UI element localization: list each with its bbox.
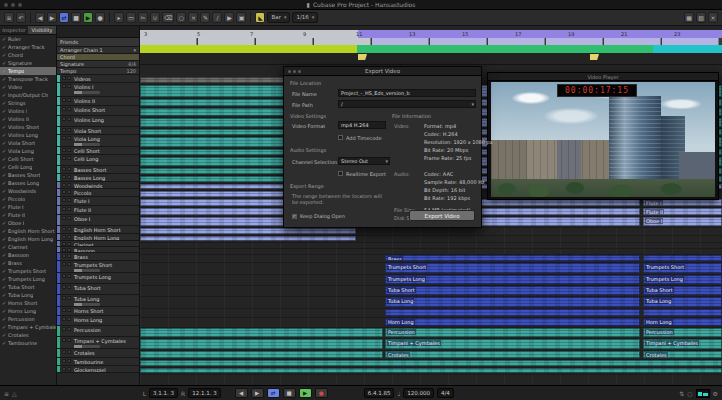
track-lane-english-horn-long[interactable] — [140, 236, 722, 243]
mute-solo-buttons[interactable] — [62, 84, 71, 88]
mute-solo-buttons[interactable] — [62, 156, 71, 160]
midi-region[interactable] — [140, 368, 722, 373]
midi-region[interactable] — [643, 309, 722, 316]
timeline-ruler[interactable]: 357911131517192123 — [140, 30, 722, 38]
track-mini-fader[interactable] — [74, 345, 100, 348]
visibility-item[interactable]: ✓Trumpets Short — [0, 267, 56, 275]
chord-event[interactable] — [314, 38, 371, 45]
track-lane-percussion[interactable]: PercussionPercussion — [140, 328, 722, 339]
mute-solo-buttons[interactable] — [62, 317, 71, 321]
track-lane-glockenspiel[interactable] — [140, 368, 722, 375]
mute-solo-buttons[interactable] — [62, 262, 71, 266]
track-header-violins-short[interactable]: Violins Short — [57, 106, 139, 116]
track-mini-fader[interactable] — [74, 91, 100, 94]
midi-region[interactable] — [140, 228, 356, 234]
draw-tool-icon[interactable]: ✎ — [200, 12, 210, 23]
left-locator-display[interactable]: 3.1.1. 3 — [149, 388, 178, 398]
mute-solo-buttons[interactable] — [62, 128, 71, 132]
visibility-item[interactable]: ✓Horns Short — [0, 299, 56, 307]
midi-region[interactable]: Flute I — [643, 199, 722, 206]
visibility-item[interactable]: ✓Chord — [0, 51, 56, 59]
record-button[interactable]: ● — [315, 388, 328, 398]
track-header-viola-long[interactable]: Viola Long — [57, 135, 139, 147]
chord-event[interactable] — [546, 38, 603, 45]
sync-icon[interactable]: ⇅ — [679, 390, 684, 397]
visibility-item[interactable]: ✓Strings — [0, 99, 56, 107]
track-mini-fader[interactable] — [74, 143, 100, 146]
mute-solo-buttons[interactable] — [62, 76, 71, 80]
visibility-item[interactable]: ✓Oboe I — [0, 219, 56, 227]
forward-button[interactable]: ▶ — [251, 388, 264, 398]
grid-type-dropdown[interactable]: Bar▾ — [267, 12, 290, 23]
chord-event[interactable] — [430, 38, 487, 45]
mute-solo-buttons[interactable] — [62, 359, 71, 363]
track-header-brass[interactable]: Brass — [57, 253, 139, 261]
visibility-item[interactable]: ✓English Horn Short — [0, 227, 56, 235]
visibility-item[interactable]: ✓Violins Short — [0, 123, 56, 131]
window-controls[interactable] — [4, 3, 22, 7]
split-tool-icon[interactable]: ✂ — [138, 12, 148, 23]
visibility-item[interactable]: ✓Violins I — [0, 107, 56, 115]
keep-dialog-open-checkbox[interactable]: ✓ — [292, 214, 297, 219]
track-header-violins-i[interactable]: Violins I — [57, 83, 139, 97]
mute-solo-buttons[interactable] — [62, 167, 71, 171]
mute-solo-buttons[interactable] — [62, 216, 71, 220]
midi-region[interactable]: Flute II — [643, 208, 722, 215]
marker-flag[interactable] — [590, 54, 599, 60]
visibility-item[interactable]: ✓Tuba Long — [0, 291, 56, 299]
mute-solo-buttons[interactable] — [62, 98, 71, 102]
visibility-item[interactable]: ✓Input/Output Ch — [0, 91, 56, 99]
visibility-item[interactable]: ✓Violins Long — [0, 131, 56, 139]
track-lane-horns-long[interactable]: Horn LongHorn Long — [140, 318, 722, 328]
position-display[interactable]: 6.4.1.85 — [364, 388, 395, 398]
track-header-violins-long[interactable]: Violins Long — [57, 116, 139, 127]
midi-region[interactable]: Timpani + Cymbales — [643, 339, 722, 349]
erase-tool-icon[interactable]: ⌫ — [162, 12, 174, 23]
track-lane-english-horn-short[interactable] — [140, 228, 722, 236]
visibility-item[interactable]: ✓Tuba Short — [0, 283, 56, 291]
midi-region[interactable]: Tuba Short — [643, 286, 722, 295]
midi-region[interactable]: Percussion — [643, 328, 722, 337]
midi-region[interactable]: Crotales — [643, 351, 722, 358]
visibility-item[interactable]: ✓Horns Long — [0, 307, 56, 315]
click-icon[interactable]: ○ — [687, 390, 692, 397]
midi-region[interactable]: Trumpets Long — [643, 275, 722, 284]
track-mini-fader[interactable] — [74, 303, 100, 306]
gear-icon[interactable]: ⚙ — [713, 390, 718, 397]
track-header-violins-ii[interactable]: Violins II — [57, 97, 139, 106]
mute-solo-buttons[interactable] — [62, 198, 71, 202]
mute-solo-buttons[interactable] — [62, 175, 71, 179]
visibility-item[interactable]: ✓Flute II — [0, 211, 56, 219]
visibility-item[interactable]: ✓Celli Short — [0, 155, 56, 163]
add-timecode-checkbox[interactable] — [338, 135, 343, 140]
visibility-item[interactable]: ✓Signature — [0, 59, 56, 67]
right-locator-display[interactable]: 12.1.1. 3 — [188, 388, 221, 398]
mute-solo-buttons[interactable] — [62, 117, 71, 121]
midi-region[interactable]: Tuba Long — [643, 297, 722, 307]
mute-solo-buttons[interactable] — [62, 227, 71, 231]
mute-solo-buttons[interactable] — [62, 107, 71, 111]
track-header-tempo[interactable]: Tempo120 — [57, 68, 139, 75]
snap-magnet-icon[interactable]: ◣ — [255, 12, 265, 23]
track-header-celli-long[interactable]: Celli Long — [57, 155, 139, 166]
track-lane-timpani-cymbales[interactable]: Timpani + CymbalesTimpani + Cymbales — [140, 339, 722, 351]
rewind-button[interactable]: ◀ — [235, 388, 248, 398]
midi-region[interactable]: Horn Long — [385, 318, 640, 326]
visibility-item[interactable]: ✓Viola Long — [0, 147, 56, 155]
track-mini-fader[interactable] — [74, 269, 100, 272]
chord-event[interactable] — [604, 38, 661, 45]
track-lane-tuba-short[interactable]: Tuba ShortTuba Short — [140, 286, 722, 297]
visibility-item[interactable]: ✓Video — [0, 83, 56, 91]
mute-tool-icon[interactable]: × — [188, 12, 198, 23]
midi-region[interactable]: Trumpets Long — [385, 275, 640, 284]
midi-region[interactable] — [140, 236, 356, 241]
track-lane-tuba-long[interactable]: Tuba LongTuba Long — [140, 297, 722, 309]
chevron-down-icon[interactable]: ▾ — [385, 158, 388, 165]
midi-region[interactable]: Oboe I — [643, 217, 722, 226]
midi-region[interactable]: Tuba Long — [385, 297, 640, 307]
visibility-item[interactable]: ✓Brass — [0, 259, 56, 267]
chord-event[interactable] — [198, 38, 255, 45]
tempo-display[interactable]: 120.000 — [403, 388, 434, 398]
realtime-export-checkbox[interactable] — [338, 171, 343, 176]
quantize-dropdown[interactable]: 1/16▾ — [292, 12, 318, 23]
